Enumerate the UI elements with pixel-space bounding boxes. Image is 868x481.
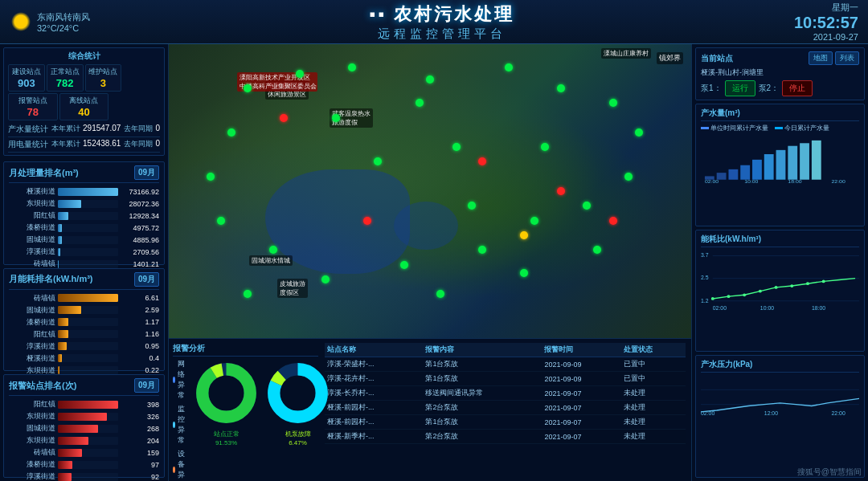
map-container[interactable]: 镇郊界 溧城山庄康养村 南京浦子山休闲旅游景区 武客温泉热水旅游度假 固城湖水情… [169, 44, 691, 338]
list-view-button[interactable]: 列表 [835, 51, 859, 65]
cell-status: 未处理 [621, 430, 686, 444]
map-dot-19 [374, 157, 382, 165]
bar-fill [58, 260, 59, 268]
svg-point-30 [775, 286, 778, 289]
station-name: 桠溪-荆山村-涧塘里 [701, 67, 859, 78]
map-dot-6 [557, 84, 565, 92]
water-chart-svg: 02:00 10:00 18:00 22:00 [701, 135, 859, 183]
pump-controls: 泵1： 运行 泵2： 停止 [701, 80, 859, 96]
bar-fill [58, 342, 67, 350]
power-last-label: 去年同期 [124, 139, 153, 150]
svg-text:22:00: 22:00 [832, 411, 846, 417]
map-dot-5 [505, 63, 513, 71]
bar-row: 淳溪街道 92 [9, 471, 159, 481]
bar-row: 淳溪街道 2709.56 [9, 247, 159, 257]
svg-text:02:00: 02:00 [705, 178, 719, 183]
bar-row: 固城街道 268 [9, 423, 159, 434]
map-label-jianjie: 镇郊界 [657, 52, 683, 64]
water-legend-label-2: 今日累计产水量 [784, 124, 829, 132]
cell-status: 已置中 [621, 357, 686, 372]
water-legend-dot-2 [775, 127, 783, 129]
bar-value: 268 [121, 425, 159, 433]
weekday: 星期一 [794, 2, 858, 14]
bar-fill [58, 236, 62, 244]
bar-row: 东坝街道 326 [9, 411, 159, 422]
bar-row: 漆桥街道 4975.72 [9, 222, 159, 233]
water-rank-month: 09月 [134, 165, 159, 180]
donut1-label: 站点正常 [192, 430, 260, 438]
bar-value: 6.61 [121, 294, 159, 302]
legend-dot-device [173, 467, 175, 473]
map-dot-r2 [478, 157, 486, 165]
bar-track [58, 342, 118, 350]
bar-fill [58, 330, 68, 338]
energy-rank-title: 月能耗排名(kW.h/m³) 09月 [9, 272, 159, 290]
cell-time: 2021-09-07 [542, 386, 621, 401]
bar-name: 桠溪街道 [9, 353, 55, 364]
bar-name: 固城街道 [9, 305, 55, 316]
bar-value: 73166.92 [121, 188, 159, 196]
bar-track [58, 248, 118, 256]
bar-track [58, 401, 118, 409]
map-dot-12 [478, 246, 486, 254]
col-status: 处置状态 [621, 343, 686, 357]
left-panel: 综合统计 建设站点 903 正常站点 782 维护站点 3 报警站点 [0, 44, 169, 481]
temperature: 32°C/24°C [37, 23, 90, 33]
bar-fill [58, 461, 72, 469]
legend-label-device: 设备异常 [178, 449, 189, 481]
bar-name: 固城街道 [9, 423, 55, 434]
title-sub: 远程监控管理平台 [90, 26, 794, 42]
pressure-chart-title: 产水压力(kPa) [701, 359, 859, 373]
bar-track [58, 449, 118, 457]
water-rank-label: 月处理量排名(m³) [9, 167, 79, 179]
normal-stat: 正常站点 782 [47, 64, 84, 92]
bar-row: 漆桥街道 1.17 [9, 317, 159, 328]
cell-time: 2021-09-07 [542, 430, 621, 444]
weather-icon [10, 10, 32, 33]
watermark: 搜狐号@智慧指间 [797, 467, 862, 478]
map-view-button[interactable]: 地图 [809, 51, 833, 65]
water-label: 产水量统计 [8, 124, 48, 135]
svg-rect-11 [764, 154, 774, 180]
table-row: 桠溪-前园村-... 第1台泵故 2021-09-07 未处理 [325, 415, 686, 430]
power-label: 用电量统计 [8, 139, 48, 150]
station-header: 当前站点 地图 列表 [701, 51, 859, 65]
svg-rect-15 [812, 141, 821, 180]
table-row: 淳溪-荣盛村-... 第1台泵故 2021-09-09 已置中 [325, 357, 686, 372]
map-dot-3 [348, 63, 356, 71]
bar-value: 2.59 [121, 306, 159, 314]
map-dot-17 [207, 173, 215, 181]
bar-row: 固城街道 2.59 [9, 305, 159, 316]
alarm-value: 78 [10, 106, 55, 118]
datetime: 星期一 10:52:57 2021-09-27 [794, 2, 858, 42]
alarm-label: 报警站点 [10, 96, 55, 106]
map-dot-7 [609, 99, 617, 107]
energy-chart-label: 能耗比(kW.h/m³) [701, 234, 761, 245]
alarm-table-container: 站点名称 报警内容 报警时间 处置状态 淳溪-荣盛村-... 第1台泵故 202… [325, 343, 686, 477]
main-area: 综合统计 建设站点 903 正常站点 782 维护站点 3 报警站点 [0, 44, 868, 481]
bar-fill [58, 366, 59, 374]
bar-fill [58, 224, 62, 232]
energy-chart-section: 能耗比(kW.h/m³) 3.7 2.5 1.2 [695, 230, 865, 353]
bar-track [58, 200, 118, 208]
svg-text:18:00: 18:00 [788, 178, 802, 183]
map-dot-11 [530, 217, 538, 225]
bar-row: 砖墙镇 6.61 [9, 293, 159, 304]
svg-text:2.5: 2.5 [701, 275, 709, 280]
svg-point-32 [806, 282, 809, 285]
table-row: 淳溪-花卉村-... 第1台泵故 2021-09-09 已置中 [325, 372, 686, 386]
bar-track [58, 318, 118, 326]
map-dot-2 [296, 70, 304, 78]
svg-text:3.7: 3.7 [701, 252, 709, 258]
map-label-lishan: 溧城山庄康养村 [601, 48, 651, 59]
bar-row: 桠溪街道 0.4 [9, 353, 159, 364]
svg-text:22:00: 22:00 [832, 178, 846, 183]
map-dot-4 [426, 75, 434, 84]
donut2-pct: 6.47% [264, 439, 332, 446]
bar-name: 漆桥街道 [9, 222, 55, 233]
bar-track [58, 461, 118, 469]
cell-status: 未处理 [621, 415, 686, 430]
alarm-table: 站点名称 报警内容 报警时间 处置状态 淳溪-荣盛村-... 第1台泵故 202… [325, 343, 686, 444]
map-dot-y1 [520, 231, 528, 239]
title-main: ▪▪ 农村污水处理 [90, 2, 794, 26]
